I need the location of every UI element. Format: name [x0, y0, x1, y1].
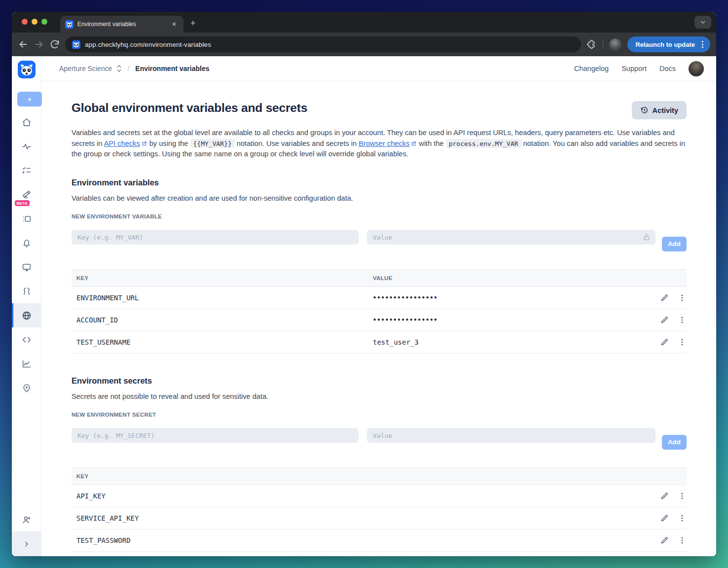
- new-env-secret-label: NEW ENVIRONMENT SECRET: [72, 412, 687, 418]
- back-icon[interactable]: [18, 39, 29, 50]
- sidebar-item-test-sessions[interactable]: [12, 207, 41, 231]
- close-window-button[interactable]: [22, 19, 28, 25]
- edit-pencil-icon[interactable]: [660, 293, 669, 302]
- chevron-down-icon: [700, 19, 706, 25]
- unlock-icon[interactable]: [643, 233, 651, 241]
- env-secrets-table: KEY API_KEY: [72, 467, 687, 552]
- create-check-button[interactable]: +: [17, 92, 42, 106]
- env-secrets-col-key: KEY: [72, 467, 655, 485]
- env-secrets-heading: Environment secrets: [72, 376, 687, 386]
- sidebar-item-alerts[interactable]: [12, 231, 41, 255]
- sidebar-item-environment-variables[interactable]: [12, 303, 41, 327]
- user-plus-icon: [21, 514, 32, 525]
- browser-tab-active[interactable]: Environment variables ✕: [60, 16, 183, 33]
- sidebar-item-monitoring[interactable]: [12, 134, 41, 158]
- browser-checks-link[interactable]: Browser checks: [359, 140, 409, 147]
- env-secret-value-input[interactable]: [367, 428, 655, 443]
- env-var-key: ACCOUNT_ID: [72, 309, 368, 331]
- relaunch-button[interactable]: Relaunch to update: [627, 36, 710, 52]
- env-vars-col-key: KEY: [72, 269, 368, 286]
- env-secret-add-button[interactable]: Add: [662, 435, 687, 450]
- new-env-secret-form: Add: [72, 422, 687, 450]
- env-var-value-masked: ••••••••••••••••: [368, 286, 655, 309]
- kebab-menu-icon[interactable]: [678, 492, 687, 500]
- minimize-window-button[interactable]: [32, 19, 37, 25]
- table-row: SERVICE_API_KEY: [72, 507, 687, 529]
- sidebar-item-snippets[interactable]: [12, 327, 41, 352]
- activity-button-label: Activity: [653, 106, 678, 114]
- home-icon: [21, 117, 32, 128]
- sidebar-item-invite-user[interactable]: [12, 507, 41, 532]
- sidebar-item-dashboards[interactable]: [12, 255, 41, 279]
- sidebar-item-analytics[interactable]: [12, 352, 41, 376]
- edit-pencil-icon[interactable]: [660, 338, 669, 347]
- page-header: Aperture Science / Environment variables…: [41, 56, 716, 81]
- support-link[interactable]: Support: [621, 65, 647, 72]
- changelog-link[interactable]: Changelog: [574, 65, 609, 72]
- bell-icon: [21, 238, 32, 248]
- user-avatar[interactable]: [689, 61, 704, 76]
- page-content: Global environment variables and secrets…: [41, 81, 716, 556]
- sidebar-item-home[interactable]: [12, 110, 41, 134]
- env-secrets-description: Secrets are not possible to reveal and u…: [72, 392, 687, 400]
- sidebar-item-maintenance[interactable]: [12, 279, 41, 303]
- tab-close-icon[interactable]: ✕: [170, 20, 179, 29]
- tab-search-button[interactable]: [694, 16, 711, 29]
- browser-toolbar: app.checklyhq.com/environment-variables …: [12, 33, 716, 56]
- extensions-icon[interactable]: [586, 39, 597, 50]
- browser-menu-icon[interactable]: [699, 41, 706, 48]
- env-var-add-button[interactable]: Add: [662, 237, 687, 251]
- code-process-env: process.env.MY_VAR: [446, 139, 521, 148]
- browser-tab-strip: Environment variables ✕ +: [12, 12, 716, 33]
- api-checks-link[interactable]: API checks: [104, 140, 140, 147]
- maximize-window-button[interactable]: [41, 19, 47, 25]
- new-env-var-form: Add: [72, 223, 687, 251]
- list-detail-icon: [21, 213, 32, 224]
- sidebar-collapse-toggle[interactable]: [12, 532, 41, 556]
- sidebar-item-private-locations[interactable]: [12, 376, 41, 400]
- table-row: API_KEY: [72, 485, 687, 507]
- env-var-key: TEST_USERNAME: [72, 331, 368, 353]
- sidebar-item-explore-beta[interactable]: BETA: [12, 182, 41, 207]
- forward-icon[interactable]: [34, 39, 44, 50]
- kebab-menu-icon[interactable]: [678, 536, 687, 545]
- checkly-favicon: [65, 20, 73, 29]
- activity-button[interactable]: Activity: [632, 101, 687, 119]
- chart-icon: [21, 358, 32, 369]
- external-link-icon: [142, 141, 147, 146]
- location-pin-icon: [21, 383, 32, 393]
- env-secret-key: SERVICE_API_KEY: [72, 507, 655, 529]
- tab-title: Environment variables: [77, 21, 166, 28]
- env-var-value-input[interactable]: [367, 230, 655, 245]
- env-secret-key-input[interactable]: [72, 428, 359, 443]
- edit-pencil-icon[interactable]: [660, 492, 669, 500]
- window-controls[interactable]: [22, 19, 47, 25]
- kebab-menu-icon[interactable]: [678, 338, 687, 347]
- edit-pencil-icon[interactable]: [660, 536, 669, 545]
- browser-profile-avatar[interactable]: [609, 38, 621, 51]
- org-switcher-icon[interactable]: [116, 64, 122, 73]
- wrench-icon: [21, 286, 32, 297]
- table-row: ACCOUNT_ID ••••••••••••••••: [72, 309, 687, 331]
- reload-icon[interactable]: [49, 39, 60, 50]
- docs-link[interactable]: Docs: [659, 65, 676, 72]
- env-var-key-input[interactable]: [72, 230, 359, 245]
- kebab-menu-icon[interactable]: [678, 514, 687, 523]
- breadcrumb-separator: /: [127, 65, 129, 72]
- code-icon: [21, 334, 32, 345]
- edit-pencil-icon[interactable]: [660, 514, 669, 523]
- breadcrumb-org[interactable]: Aperture Science: [59, 65, 112, 72]
- env-var-value: test_user_3: [368, 331, 655, 353]
- monitor-icon: [21, 262, 32, 273]
- table-row: ENVIRONMENT_URL ••••••••••••••••: [72, 286, 687, 309]
- address-bar[interactable]: app.checklyhq.com/environment-variables: [65, 36, 581, 52]
- checkly-logo[interactable]: [18, 61, 36, 78]
- sidebar-item-checks[interactable]: [12, 158, 41, 182]
- code-my-var: {{MY_VAR}}: [190, 139, 235, 148]
- kebab-menu-icon[interactable]: [678, 316, 687, 324]
- kebab-menu-icon[interactable]: [678, 293, 687, 302]
- page-description: Variables and secrets set at the global …: [72, 128, 687, 160]
- edit-pencil-icon[interactable]: [660, 316, 669, 324]
- new-tab-button[interactable]: +: [190, 18, 196, 33]
- toolbar-divider: [603, 40, 603, 49]
